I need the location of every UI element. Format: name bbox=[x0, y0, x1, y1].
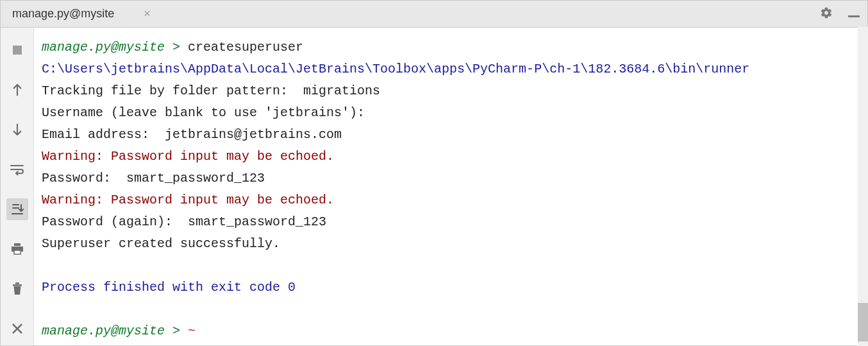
tool-window-header: manage.py@mysite × bbox=[1, 1, 867, 28]
password-1: Password: smart_password_123 bbox=[42, 171, 265, 186]
prompt-prefix: manage.py@mysite > bbox=[42, 40, 188, 55]
warning-2: Warning: Password input may be echoed. bbox=[42, 193, 334, 207]
soft-wrap-button[interactable] bbox=[6, 159, 28, 180]
password-2: Password (again): smart_password_123 bbox=[42, 214, 326, 229]
prompt-2-prefix: manage.py@mysite > bbox=[42, 324, 188, 338]
runner-path: C:\Users\jetbrains\AppData\Local\JetBrai… bbox=[42, 62, 749, 76]
scroll-to-end-button[interactable] bbox=[6, 198, 28, 220]
svg-rect-0 bbox=[13, 46, 22, 55]
print-button[interactable] bbox=[6, 238, 28, 260]
caret-icon: ~ bbox=[188, 324, 196, 338]
username-prompt: Username (leave blank to use 'jetbrains'… bbox=[42, 105, 372, 120]
scrollbar-thumb[interactable] bbox=[858, 303, 868, 342]
stop-button[interactable] bbox=[6, 39, 28, 61]
console-output[interactable]: manage.py@mysite > createsuperuser C:\Us… bbox=[34, 28, 867, 346]
tracking-line: Tracking file by folder pattern: migrati… bbox=[42, 83, 380, 98]
prompt-command: createsuperuser bbox=[188, 40, 303, 55]
down-arrow-button[interactable] bbox=[6, 119, 28, 141]
svg-rect-4 bbox=[13, 284, 22, 286]
close-button[interactable] bbox=[6, 318, 28, 340]
close-tab-icon[interactable]: × bbox=[141, 7, 153, 21]
tab-manage-py[interactable]: manage.py@mysite × bbox=[12, 7, 153, 21]
up-arrow-button[interactable] bbox=[6, 79, 28, 101]
svg-rect-1 bbox=[14, 243, 21, 246]
trash-button[interactable] bbox=[6, 278, 28, 300]
success-line: Superuser created successfully. bbox=[42, 236, 280, 251]
svg-rect-5 bbox=[15, 282, 19, 284]
scrollbar-track[interactable] bbox=[858, 27, 868, 346]
exit-line: Process finished with exit code 0 bbox=[42, 280, 296, 295]
console-toolbar bbox=[1, 28, 34, 346]
svg-rect-3 bbox=[14, 250, 21, 254]
email-line: Email address: jetbrains@jetbrains.com bbox=[42, 127, 342, 142]
minimize-icon[interactable] bbox=[848, 9, 860, 19]
gear-icon[interactable] bbox=[820, 6, 833, 21]
tab-title: manage.py@mysite bbox=[12, 7, 114, 21]
warning-1: Warning: Password input may be echoed. bbox=[42, 149, 334, 164]
